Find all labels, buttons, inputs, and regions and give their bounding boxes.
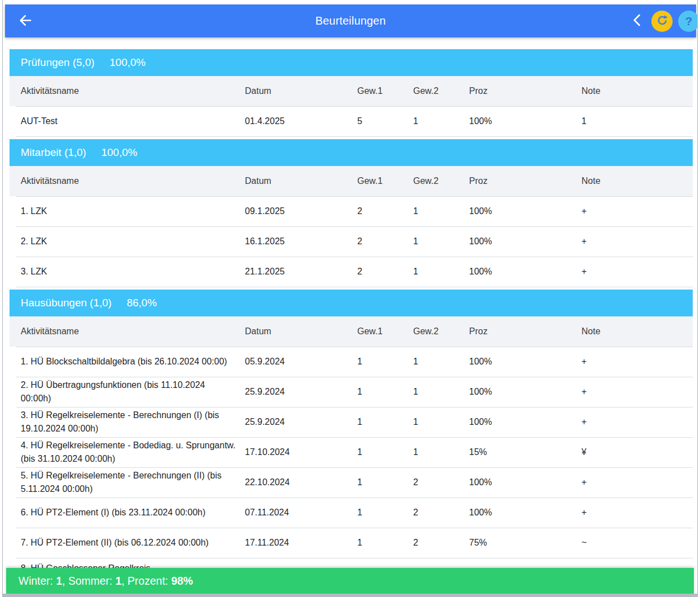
activity-date: 22.10.2024 bbox=[245, 476, 357, 489]
column-header-aktivitaetsname: Aktivitätsname bbox=[21, 84, 245, 98]
table-row[interactable]: 3. LZK 21.1.2025 2 1 100% + bbox=[10, 257, 693, 287]
percent-value: 100% bbox=[469, 385, 581, 399]
weight-1: 5 bbox=[357, 115, 413, 128]
winter-value: 1 bbox=[56, 575, 62, 587]
percent-value: 100% bbox=[469, 235, 581, 248]
divider bbox=[16, 136, 693, 137]
activity-date: 21.1.2025 bbox=[245, 265, 357, 278]
grade-value: + bbox=[581, 265, 689, 278]
activity-date: 17.10.2024 bbox=[245, 446, 357, 459]
grade-value: + bbox=[581, 385, 689, 399]
window-bottom-edge bbox=[3, 594, 697, 597]
section-hausuebungen: Hausübungen (1,0) 86,0% Aktivitätsname D… bbox=[10, 290, 693, 588]
activity-date: 09.1.2025 bbox=[245, 205, 357, 218]
weight-2: 1 bbox=[413, 115, 469, 128]
section-title: Prüfungen (5,0) bbox=[21, 56, 94, 69]
table-row[interactable]: 3. HÜ Regelkreiselemente - Berechnungen … bbox=[10, 407, 693, 437]
percent-value bbox=[469, 558, 581, 562]
chevron-left-icon bbox=[630, 13, 645, 29]
prozent-value: 98% bbox=[171, 575, 193, 587]
help-button[interactable]: ? bbox=[678, 11, 698, 32]
table-row[interactable]: 5. HÜ Regelkreiselemente - Berechnungen … bbox=[10, 467, 693, 498]
table-row[interactable]: 6. HÜ PT2-Element (I) (bis 23.11.2024 00… bbox=[10, 498, 693, 528]
section-header-mitarbeit[interactable]: Mitarbeit (1,0) 100,0% bbox=[10, 139, 693, 166]
section-title: Hausübungen (1,0) bbox=[21, 297, 112, 309]
activity-name: 1. HÜ Blockschaltbildalgebra (bis 26.10.… bbox=[21, 355, 245, 368]
summary-footer: Winter: 1, Sommer: 1, Prozent: 98% bbox=[6, 568, 694, 594]
sommer-label: , Sommer: bbox=[62, 575, 115, 587]
section-pruefungen: Prüfungen (5,0) 100,0% Aktivitätsname Da… bbox=[10, 49, 693, 137]
weight-1: 1 bbox=[357, 385, 413, 399]
section-header-pruefungen[interactable]: Prüfungen (5,0) 100,0% bbox=[10, 49, 693, 76]
activity-date: 17.11.2024 bbox=[245, 536, 357, 549]
divider bbox=[16, 287, 693, 287]
grade-value: 1 bbox=[581, 115, 689, 128]
table-row[interactable]: 2. LZK 16.1.2025 2 1 100% + bbox=[10, 226, 693, 257]
activity-name: 2. LZK bbox=[21, 235, 245, 248]
refresh-icon bbox=[655, 13, 669, 29]
column-header-note: Note bbox=[581, 174, 689, 188]
grade-value: ¥ bbox=[581, 446, 689, 459]
column-header-aktivitaetsname: Aktivitätsname bbox=[21, 325, 245, 338]
activity-name: 1. LZK bbox=[21, 205, 245, 218]
section-title: Mitarbeit (1,0) bbox=[21, 146, 86, 159]
app-bar-actions: ? bbox=[629, 11, 695, 32]
weight-2 bbox=[413, 558, 469, 562]
app-window: Beurteilungen ? bbox=[2, 0, 698, 597]
activity-name: 6. HÜ PT2-Element (I) (bis 23.11.2024 00… bbox=[21, 506, 245, 519]
activity-name: 5. HÜ Regelkreiselemente - Berechnungen … bbox=[21, 469, 245, 496]
weight-2: 1 bbox=[413, 385, 469, 399]
table-header: Aktivitätsname Datum Gew.1 Gew.2 Proz No… bbox=[10, 76, 693, 106]
weight-2: 2 bbox=[413, 476, 469, 489]
weight-2: 1 bbox=[413, 235, 469, 248]
percent-value: 100% bbox=[469, 265, 581, 278]
column-header-gew1: Gew.1 bbox=[357, 174, 413, 188]
percent-value: 100% bbox=[469, 415, 581, 429]
column-header-datum: Datum bbox=[245, 174, 357, 188]
column-header-gew1: Gew.1 bbox=[357, 84, 413, 98]
column-header-proz: Proz bbox=[469, 84, 581, 98]
column-header-gew1: Gew.1 bbox=[357, 325, 413, 338]
page-title: Beurteilungen bbox=[5, 15, 696, 27]
activity-date: 07.11.2024 bbox=[245, 506, 357, 519]
table-row[interactable]: 2. HÜ Übertragungsfunktionen (bis 11.10.… bbox=[10, 377, 693, 407]
grade-value: + bbox=[581, 506, 689, 519]
activity-date: 16.1.2025 bbox=[245, 235, 357, 248]
weight-2: 2 bbox=[413, 506, 469, 519]
grade-value: + bbox=[581, 415, 689, 429]
refresh-button[interactable] bbox=[651, 11, 673, 32]
section-percent: 100,0% bbox=[101, 146, 137, 159]
column-header-gew2: Gew.2 bbox=[413, 325, 469, 338]
grade-value: + bbox=[581, 355, 689, 368]
weight-1: 2 bbox=[357, 235, 413, 248]
table-row[interactable]: 1. LZK 09.1.2025 2 1 100% + bbox=[10, 196, 693, 226]
grade-value bbox=[581, 558, 689, 562]
activity-name: 7. HÜ PT2-Element (II) (bis 06.12.2024 0… bbox=[21, 536, 245, 549]
previous-button[interactable] bbox=[629, 11, 646, 31]
winter-label: Winter: bbox=[18, 575, 56, 587]
activity-name: AUT-Test bbox=[21, 115, 245, 128]
column-header-gew2: Gew.2 bbox=[413, 174, 469, 188]
activity-date: 05.9.2024 bbox=[245, 355, 357, 368]
column-header-datum: Datum bbox=[245, 84, 357, 98]
activity-date: 25.9.2024 bbox=[245, 385, 357, 399]
grade-value: ~ bbox=[581, 536, 689, 549]
weight-1: 1 bbox=[357, 536, 413, 549]
weight-1: 1 bbox=[357, 415, 413, 429]
section-mitarbeit: Mitarbeit (1,0) 100,0% Aktivitätsname Da… bbox=[10, 139, 693, 287]
grade-value: + bbox=[581, 476, 689, 489]
weight-2: 1 bbox=[413, 265, 469, 278]
activity-date: 01.4.2025 bbox=[245, 115, 357, 128]
weight-1: 1 bbox=[357, 476, 413, 489]
percent-value: 100% bbox=[469, 355, 581, 368]
table-row[interactable]: 4. HÜ Regelkreiselemente - Bodediag. u. … bbox=[10, 437, 693, 467]
section-percent: 100,0% bbox=[110, 56, 145, 69]
table-row[interactable]: 7. HÜ PT2-Element (II) (bis 06.12.2024 0… bbox=[10, 528, 693, 558]
table-row[interactable]: AUT-Test 01.4.2025 5 1 100% 1 bbox=[10, 106, 693, 136]
activity-name: 3. HÜ Regelkreiselemente - Berechnungen … bbox=[21, 409, 245, 435]
section-header-hausuebungen[interactable]: Hausübungen (1,0) 86,0% bbox=[10, 290, 693, 316]
table-row[interactable]: 1. HÜ Blockschaltbildalgebra (bis 26.10.… bbox=[10, 347, 693, 377]
back-button[interactable] bbox=[13, 9, 37, 34]
weight-2: 2 bbox=[413, 536, 469, 549]
weight-1: 2 bbox=[357, 265, 413, 278]
